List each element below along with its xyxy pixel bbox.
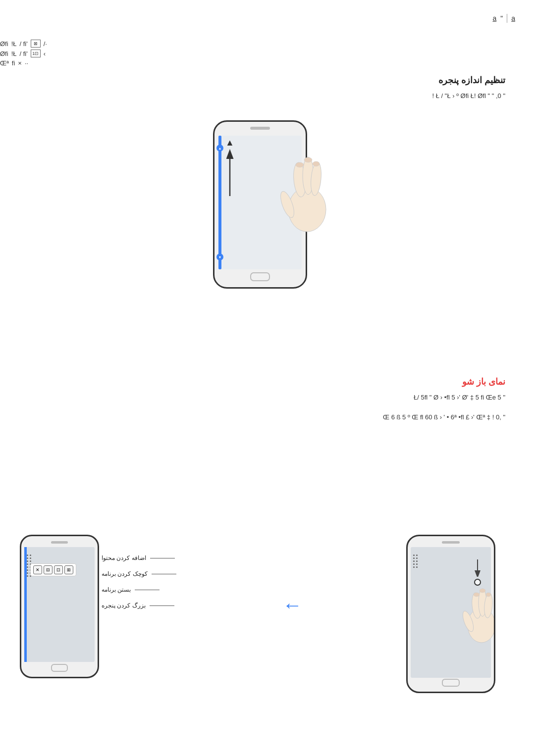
svg-point-19 [486,593,491,597]
info-text-3c: fi [12,59,15,67]
phone-right-body [406,535,495,693]
popup-view-desc2: " ,0 ! ‡ Œ 6 ß 5 º Œ fl 60 ß › ' • 6ª •f… [0,412,535,423]
info-text-2a: › [44,50,46,57]
section-popup-view: نمای باز شو " Ł/ 5fl " Ø › •fl 5 ›' Ø' ‡… [0,376,535,432]
left-arrow-icon: ← [282,594,302,616]
label-minimize-app: کوچک کردن برنامه [102,570,176,577]
feature-labels: اضافه کردن محتوا کوچک کردن برنامه بستن ب… [102,554,176,609]
up-arrow-svg [224,149,236,199]
info-line-3: ·· × fi Œª [0,59,505,67]
label-close-app: بستن برنامه [102,586,176,593]
arrow-between-phones: ← [178,594,406,616]
popup-view-desc1: " Ł/ 5fl " Ø › •fl 5 ›' Ø' ‡ 5 fi Œe 5 [0,392,535,403]
right-phone-dots [413,554,421,594]
info-line-1: ·/ ⊠ 'fi / Ł! Øfi [0,40,505,48]
info-text-2b: 'fi / [19,50,27,57]
info-lines-container: ·/ ⊠ 'fi / Ł! Øfi › ⊡1 'fi / Ł! Øfi ·· ×… [0,40,535,67]
label-line-3 [135,590,160,590]
info-text-3d: Œª [0,59,9,67]
icon-image-box: ⊠ [31,40,41,48]
info-text-3b: × [18,59,22,67]
right-hand-illustration [459,576,495,645]
info-text-3a: ·· [25,59,28,67]
bottom-phones-area: ✕ ⊟ ⊡ ⊞ اضافه کردن محتوا کوچک کردن برنام… [0,535,535,693]
window-controls-toolbar[interactable]: ✕ ⊟ ⊡ ⊞ [30,563,76,576]
label-add-content: اضافه کردن محتوا [102,554,176,561]
info-line-2: › ⊡1 'fi / Ł! Øfi [0,50,505,57]
phone-wrapper [213,110,322,299]
info-text-1a: ·/ [44,40,47,48]
hand-illustration [277,140,337,239]
arrow-up-indicator [224,138,236,199]
info-text-2d: Øfi [0,50,8,57]
label-maximize-window: بزرگ کردن پنجره [102,602,176,609]
section-resize-window: ·/ ⊠ 'fi / Ł! Øfi › ⊡1 'fi / Ł! Øfi ·· ×… [0,40,535,313]
label-line-4 [150,605,174,606]
resize-window-title: تنظیم اندازه پنجره [0,75,535,86]
window-minimize-button[interactable]: ⊟ [44,565,53,574]
minimize-app-text: کوچک کردن برنامه [102,570,148,577]
resize-handle-bottom[interactable] [216,253,223,260]
nav-separator: " [500,14,503,22]
icon-image2-box: ⊡1 [31,50,41,57]
info-text-1d: Øfi [0,40,8,48]
nav-link-a[interactable]: a [492,14,496,22]
svg-point-17 [474,593,480,597]
top-navigation: a " a [492,14,515,23]
swipe-arrow-svg [472,557,483,577]
svg-point-7 [296,162,304,167]
info-text-1c: Ł! [11,40,17,48]
svg-point-18 [480,589,485,593]
phone-left-container: ✕ ⊟ ⊡ ⊞ اضافه کردن محتوا کوچک کردن برنام… [20,535,178,678]
window-pin-button[interactable]: ⊞ [64,565,73,574]
info-text-1b: 'fi / [19,40,27,48]
maximize-window-text: بزرگ کردن پنجره [102,602,146,609]
resize-handle-top[interactable] [216,145,223,151]
svg-point-8 [304,157,312,162]
phone-illustration-resize [0,110,535,299]
close-app-text: بستن برنامه [102,586,131,593]
label-line-2 [152,574,176,574]
window-restore-button[interactable]: ⊡ [54,565,63,574]
svg-point-9 [313,161,320,166]
nav-link-a2[interactable]: a [511,14,515,22]
popup-view-title: نمای باز شو [0,376,535,387]
add-content-text: اضافه کردن محتوا [102,554,146,561]
resize-border-indicator [218,136,221,269]
label-line-1 [150,558,175,558]
nav-divider [507,14,507,23]
info-text-2c: Ł! [11,50,17,57]
phone-left-body: ✕ ⊟ ⊡ ⊞ [20,535,99,678]
resize-window-description: " Ł / "Ł › º Øfi Ł! Øfl " " ,0 ! [0,91,535,101]
phone-right-container [406,535,515,693]
window-close-button[interactable]: ✕ [33,565,42,574]
